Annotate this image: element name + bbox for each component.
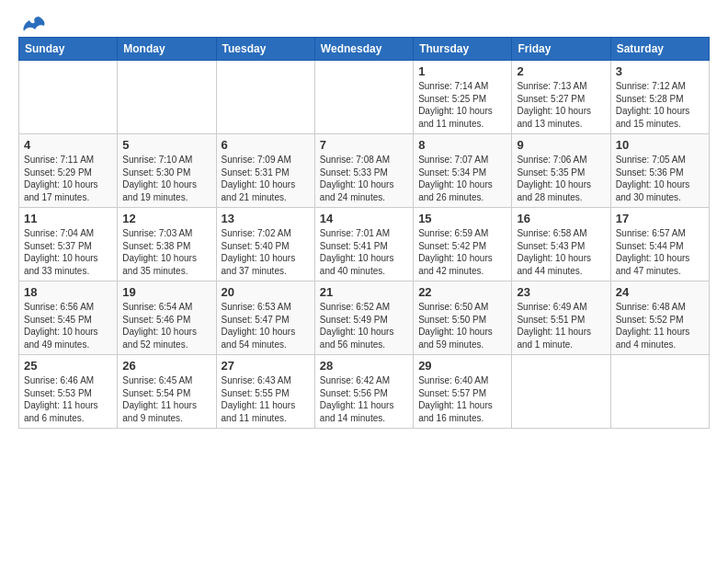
day-number: 17 [616, 212, 704, 225]
calendar-cell: 17Sunrise: 6:57 AM Sunset: 5:44 PM Dayli… [610, 208, 709, 282]
day-number: 28 [320, 359, 408, 373]
calendar-cell: 24Sunrise: 6:48 AM Sunset: 5:52 PM Dayli… [610, 282, 709, 355]
day-info: Sunrise: 7:03 AM Sunset: 5:38 PM Dayligh… [122, 227, 210, 277]
day-number: 7 [320, 138, 408, 152]
day-info: Sunrise: 7:07 AM Sunset: 5:34 PM Dayligh… [418, 154, 506, 203]
calendar-cell [118, 61, 216, 134]
day-number: 3 [616, 64, 704, 78]
day-number: 22 [418, 285, 506, 299]
day-info: Sunrise: 6:43 AM Sunset: 5:55 PM Dayligh… [222, 374, 310, 424]
day-number: 10 [616, 138, 704, 152]
day-info: Sunrise: 7:06 AM Sunset: 5:35 PM Dayligh… [517, 154, 605, 203]
day-number: 13 [222, 212, 310, 225]
calendar-cell [19, 61, 118, 134]
calendar-cell: 23Sunrise: 6:49 AM Sunset: 5:51 PM Dayli… [512, 282, 610, 355]
day-info: Sunrise: 6:42 AM Sunset: 5:56 PM Dayligh… [320, 374, 408, 424]
day-info: Sunrise: 6:58 AM Sunset: 5:43 PM Dayligh… [517, 227, 605, 277]
day-header-tuesday: Tuesday [216, 38, 314, 61]
calendar-cell: 27Sunrise: 6:43 AM Sunset: 5:55 PM Dayli… [216, 355, 314, 429]
week-row-2: 11Sunrise: 7:04 AM Sunset: 5:37 PM Dayli… [19, 208, 710, 282]
calendar-cell: 9Sunrise: 7:06 AM Sunset: 5:35 PM Daylig… [512, 134, 610, 208]
calendar-cell: 4Sunrise: 7:11 AM Sunset: 5:29 PM Daylig… [19, 134, 118, 208]
day-info: Sunrise: 6:57 AM Sunset: 5:44 PM Dayligh… [616, 227, 704, 277]
logo [18, 15, 46, 29]
day-info: Sunrise: 7:10 AM Sunset: 5:30 PM Dayligh… [122, 154, 210, 203]
logo-bird-icon [22, 15, 46, 33]
day-info: Sunrise: 6:56 AM Sunset: 5:45 PM Dayligh… [24, 301, 112, 350]
day-header-thursday: Thursday [414, 38, 512, 61]
day-number: 19 [122, 285, 210, 299]
day-number: 29 [418, 359, 506, 373]
day-number: 16 [517, 212, 605, 225]
calendar-cell: 6Sunrise: 7:09 AM Sunset: 5:31 PM Daylig… [216, 134, 314, 208]
week-row-4: 25Sunrise: 6:46 AM Sunset: 5:53 PM Dayli… [19, 355, 710, 429]
day-info: Sunrise: 6:40 AM Sunset: 5:57 PM Dayligh… [418, 374, 506, 424]
day-info: Sunrise: 7:13 AM Sunset: 5:27 PM Dayligh… [517, 80, 605, 130]
day-number: 27 [222, 359, 310, 373]
day-number: 12 [122, 212, 210, 225]
calendar-cell: 16Sunrise: 6:58 AM Sunset: 5:43 PM Dayli… [512, 208, 610, 282]
day-info: Sunrise: 7:09 AM Sunset: 5:31 PM Dayligh… [222, 154, 310, 203]
day-info: Sunrise: 7:08 AM Sunset: 5:33 PM Dayligh… [320, 154, 408, 203]
calendar-cell: 25Sunrise: 6:46 AM Sunset: 5:53 PM Dayli… [19, 355, 118, 429]
day-number: 23 [517, 285, 605, 299]
day-header-monday: Monday [118, 38, 216, 61]
day-number: 1 [418, 64, 506, 78]
day-number: 15 [418, 212, 506, 225]
week-row-0: 1Sunrise: 7:14 AM Sunset: 5:25 PM Daylig… [19, 61, 710, 134]
calendar-cell: 19Sunrise: 6:54 AM Sunset: 5:46 PM Dayli… [118, 282, 216, 355]
calendar-cell: 11Sunrise: 7:04 AM Sunset: 5:37 PM Dayli… [19, 208, 118, 282]
calendar-cell: 21Sunrise: 6:52 AM Sunset: 5:49 PM Dayli… [314, 282, 413, 355]
day-number: 18 [24, 285, 112, 299]
day-header-wednesday: Wednesday [314, 38, 413, 61]
calendar-cell: 28Sunrise: 6:42 AM Sunset: 5:56 PM Dayli… [314, 355, 413, 429]
day-number: 9 [517, 138, 605, 152]
calendar-cell [314, 61, 413, 134]
day-info: Sunrise: 6:53 AM Sunset: 5:47 PM Dayligh… [222, 301, 310, 350]
day-header-sunday: Sunday [19, 38, 118, 61]
day-info: Sunrise: 6:59 AM Sunset: 5:42 PM Dayligh… [418, 227, 506, 277]
calendar-cell: 15Sunrise: 6:59 AM Sunset: 5:42 PM Dayli… [414, 208, 512, 282]
week-row-1: 4Sunrise: 7:11 AM Sunset: 5:29 PM Daylig… [19, 134, 710, 208]
calendar-cell: 26Sunrise: 6:45 AM Sunset: 5:54 PM Dayli… [118, 355, 216, 429]
calendar-cell: 10Sunrise: 7:05 AM Sunset: 5:36 PM Dayli… [610, 134, 709, 208]
day-info: Sunrise: 6:45 AM Sunset: 5:54 PM Dayligh… [122, 374, 210, 424]
calendar-cell: 5Sunrise: 7:10 AM Sunset: 5:30 PM Daylig… [118, 134, 216, 208]
calendar-cell: 3Sunrise: 7:12 AM Sunset: 5:28 PM Daylig… [610, 61, 709, 134]
day-number: 26 [122, 359, 210, 373]
day-info: Sunrise: 6:50 AM Sunset: 5:50 PM Dayligh… [418, 301, 506, 350]
calendar-cell: 12Sunrise: 7:03 AM Sunset: 5:38 PM Dayli… [118, 208, 216, 282]
day-number: 6 [222, 138, 310, 152]
day-info: Sunrise: 6:52 AM Sunset: 5:49 PM Dayligh… [320, 301, 408, 350]
day-number: 8 [418, 138, 506, 152]
calendar-cell: 2Sunrise: 7:13 AM Sunset: 5:27 PM Daylig… [512, 61, 610, 134]
day-info: Sunrise: 6:54 AM Sunset: 5:46 PM Dayligh… [122, 301, 210, 350]
day-number: 20 [222, 285, 310, 299]
calendar-cell: 1Sunrise: 7:14 AM Sunset: 5:25 PM Daylig… [414, 61, 512, 134]
calendar-cell: 7Sunrise: 7:08 AM Sunset: 5:33 PM Daylig… [314, 134, 413, 208]
day-number: 11 [24, 212, 112, 225]
day-info: Sunrise: 7:12 AM Sunset: 5:28 PM Dayligh… [616, 80, 704, 130]
day-header-row: SundayMondayTuesdayWednesdayThursdayFrid… [19, 38, 710, 61]
calendar-cell: 20Sunrise: 6:53 AM Sunset: 5:47 PM Dayli… [216, 282, 314, 355]
day-header-friday: Friday [512, 38, 610, 61]
day-number: 2 [517, 64, 605, 78]
day-number: 5 [122, 138, 210, 152]
day-info: Sunrise: 6:48 AM Sunset: 5:52 PM Dayligh… [616, 301, 704, 350]
calendar-cell [512, 355, 610, 429]
week-row-3: 18Sunrise: 6:56 AM Sunset: 5:45 PM Dayli… [19, 282, 710, 355]
day-info: Sunrise: 7:02 AM Sunset: 5:40 PM Dayligh… [222, 227, 310, 277]
calendar-cell: 18Sunrise: 6:56 AM Sunset: 5:45 PM Dayli… [19, 282, 118, 355]
calendar-cell: 29Sunrise: 6:40 AM Sunset: 5:57 PM Dayli… [414, 355, 512, 429]
calendar-cell: 13Sunrise: 7:02 AM Sunset: 5:40 PM Dayli… [216, 208, 314, 282]
calendar-cell [610, 355, 709, 429]
calendar-cell: 22Sunrise: 6:50 AM Sunset: 5:50 PM Dayli… [414, 282, 512, 355]
day-info: Sunrise: 6:49 AM Sunset: 5:51 PM Dayligh… [517, 301, 605, 350]
day-info: Sunrise: 7:01 AM Sunset: 5:41 PM Dayligh… [320, 227, 408, 277]
day-info: Sunrise: 7:05 AM Sunset: 5:36 PM Dayligh… [616, 154, 704, 203]
day-number: 4 [24, 138, 112, 152]
page-header [18, 15, 710, 29]
day-header-saturday: Saturday [610, 38, 709, 61]
day-info: Sunrise: 7:04 AM Sunset: 5:37 PM Dayligh… [24, 227, 112, 277]
day-info: Sunrise: 6:46 AM Sunset: 5:53 PM Dayligh… [24, 374, 112, 424]
